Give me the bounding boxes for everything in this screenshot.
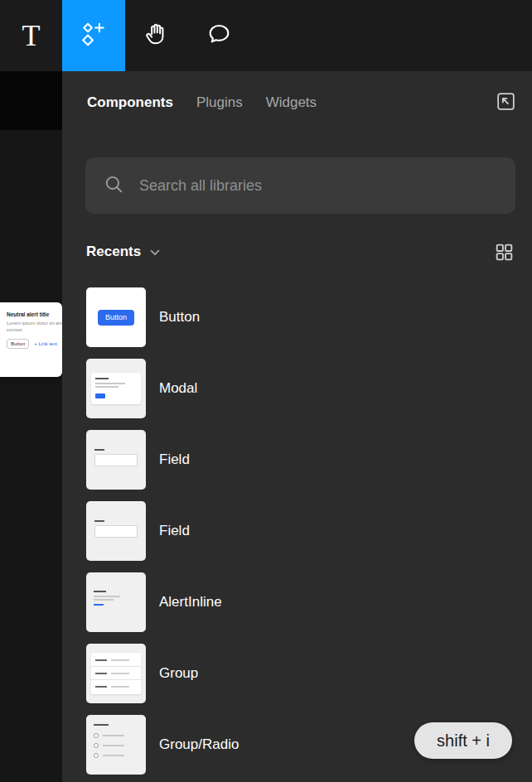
- comment-bubble-icon: [206, 21, 232, 51]
- text-tool[interactable]: T: [0, 0, 62, 71]
- open-in-window-icon[interactable]: [492, 88, 519, 114]
- recents-title: Recents: [86, 244, 141, 260]
- shortcut-hint: shift + i: [414, 722, 512, 759]
- assets-tool[interactable]: [62, 0, 125, 71]
- resources-panel: Components Plugins Widgets Recents: [62, 71, 532, 782]
- tab-plugins[interactable]: Plugins: [196, 93, 243, 113]
- search-icon: [104, 174, 124, 198]
- component-thumbnail: [86, 715, 146, 775]
- component-thumbnail: [86, 644, 146, 703]
- component-label: Group/Radio: [159, 736, 239, 753]
- grid-view-icon[interactable]: [492, 240, 515, 263]
- component-label: Button: [159, 309, 200, 326]
- toolbar: T: [0, 0, 532, 71]
- alert-card-title: Neutral alert title: [7, 311, 60, 317]
- component-label: Field: [159, 451, 190, 468]
- canvas-alert-card[interactable]: Neutral alert title Lorem ipsum dolor si…: [0, 302, 62, 377]
- chevron-down-icon: [141, 244, 160, 259]
- component-label: AlertInline: [159, 594, 222, 611]
- hand-icon: [143, 21, 170, 51]
- tab-widgets[interactable]: Widgets: [266, 93, 317, 113]
- thumbnail-button-preview: Button: [98, 310, 134, 326]
- list-item-field[interactable]: Field: [86, 430, 532, 490]
- recents-dropdown[interactable]: Recents: [86, 244, 160, 260]
- component-thumbnail: [86, 501, 146, 561]
- component-label: Group: [159, 665, 198, 682]
- alert-card-link: + Link text: [34, 341, 57, 346]
- comment-tool[interactable]: [187, 0, 249, 71]
- component-thumbnail: [86, 572, 146, 632]
- assets-icon: [80, 21, 107, 51]
- section-header: Recents: [86, 242, 515, 262]
- alert-card-actions: Button + Link text: [7, 339, 60, 349]
- text-tool-icon: T: [22, 21, 41, 51]
- list-item-field[interactable]: Field: [86, 501, 532, 561]
- component-label: Field: [159, 523, 190, 539]
- components-list: Button Button Modal Field Field: [86, 287, 532, 775]
- component-thumbnail: Button: [86, 287, 146, 347]
- tab-components[interactable]: Components: [87, 93, 173, 113]
- search-bar[interactable]: [85, 157, 515, 214]
- component-thumbnail: [86, 359, 146, 418]
- component-label: Modal: [159, 380, 197, 397]
- list-item-modal[interactable]: Modal: [86, 359, 532, 418]
- panel-tabs: Components Plugins Widgets: [62, 71, 532, 113]
- canvas-background: [0, 71, 62, 130]
- canvas-area[interactable]: Neutral alert title Lorem ipsum dolor si…: [0, 71, 62, 782]
- search-input[interactable]: [139, 177, 497, 195]
- component-thumbnail: [86, 430, 146, 490]
- alert-card-button: Button: [7, 339, 29, 349]
- list-item-button[interactable]: Button Button: [86, 287, 532, 347]
- hand-tool[interactable]: [125, 0, 187, 71]
- alert-card-body: Lorem ipsum dolor sit amet consec: [7, 320, 62, 333]
- list-item-group[interactable]: Group: [86, 644, 532, 703]
- list-item-alertinline[interactable]: AlertInline: [86, 572, 532, 632]
